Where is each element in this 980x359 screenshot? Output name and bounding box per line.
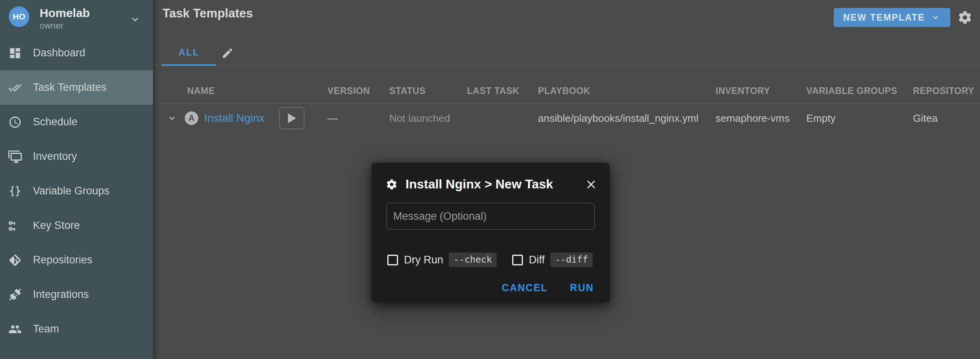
column-header-repository: REPOSITORY [913,86,974,96]
new-task-dialog: Install Nginx > New Task Dry Run --check… [371,163,610,302]
monitor-icon [8,150,22,163]
sidebar-item-inventory[interactable]: Inventory [0,139,153,174]
sidebar-nav: Dashboard Task Templates Schedule Invent… [0,36,153,346]
column-header-name: NAME [187,86,215,96]
diff-option: Diff --diff [512,253,593,267]
dashboard-icon [8,46,22,60]
new-task-dialog-header: Install Nginx > New Task [371,163,610,192]
template-name-link[interactable]: Install Nginx [204,112,265,125]
close-icon[interactable] [584,178,598,191]
double-check-icon [8,81,22,94]
sidebar-item-team[interactable]: Team [0,312,153,346]
sidebar-item-label: Task Templates [33,81,107,94]
diff-checkbox[interactable] [512,255,523,265]
page-title: Task Templates [163,6,253,21]
keys-icon [8,219,22,232]
sidebar-item-label: Key Store [33,219,80,232]
new-template-button[interactable]: NEW TEMPLATE [834,8,950,27]
run-button[interactable]: RUN [564,279,600,297]
sidebar-item-schedule[interactable]: Schedule [0,105,153,139]
braces-icon [8,184,22,198]
table-header-row: NAME VERSION STATUS LAST TASK PLAYBOOK I… [153,79,980,103]
sidebar: HO Homelab owner Dashboard Task Template… [0,0,153,359]
run-template-play-icon[interactable] [279,107,304,129]
sidebar-item-integrations[interactable]: Integrations [0,277,153,312]
sidebar-item-label: Schedule [33,116,78,128]
clock-icon [8,115,22,129]
column-header-playbook: PLAYBOOK [538,86,590,96]
row-inventory: semaphore-vms [716,112,789,125]
dialog-title: Install Nginx > New Task [406,177,553,192]
project-switcher[interactable]: HO Homelab owner [0,0,153,36]
people-icon [8,323,22,336]
dry-run-checkbox[interactable] [387,255,398,265]
project-role: owner [40,21,90,31]
sidebar-item-label: Variable Groups [33,185,109,197]
settings-gear-icon[interactable] [957,10,972,25]
project-text: Homelab owner [40,6,90,31]
column-header-version: VERSION [327,86,370,96]
sidebar-item-task-templates[interactable]: Task Templates [0,70,153,105]
ansible-app-icon: A [185,111,198,125]
table-row: A Install Nginx — Not launched ansible/p… [153,104,980,133]
edit-views-pencil-icon[interactable] [221,46,235,60]
sidebar-item-label: Integrations [33,288,89,301]
chevron-down-icon [129,13,141,25]
new-template-label: NEW TEMPLATE [843,12,925,23]
column-header-inventory: INVENTORY [716,86,770,96]
diff-flag-badge: --diff [550,253,593,267]
gear-icon [386,179,398,190]
message-input[interactable] [387,203,595,230]
chevron-down-icon [930,12,941,23]
row-playbook: ansible/playbooks/install_nginx.yml [538,112,699,125]
sidebar-item-dashboard[interactable]: Dashboard [0,36,153,70]
sidebar-item-label: Inventory [33,150,77,163]
sidebar-item-repositories[interactable]: Repositories [0,243,153,277]
views-tab-bar: ALL [153,40,980,66]
sidebar-item-label: Dashboard [33,47,85,59]
dialog-footer: CANCEL RUN [496,279,600,297]
row-expand-chevron-icon[interactable] [167,113,178,124]
plug-icon [8,288,22,301]
row-status: Not launched [389,112,450,125]
project-avatar: HO [9,6,29,27]
sidebar-item-label: Repositories [33,254,92,266]
diff-label: Diff [529,254,545,266]
sidebar-item-key-store[interactable]: Key Store [0,208,153,243]
tab-all[interactable]: ALL [162,40,216,66]
dry-run-label: Dry Run [404,254,443,266]
column-header-variable-groups: VARIABLE GROUPS [806,86,897,96]
row-version: — [327,112,338,125]
dry-run-option: Dry Run --check [387,253,497,267]
sidebar-item-variable-groups[interactable]: Variable Groups [0,174,153,208]
sidebar-item-label: Team [33,323,59,335]
project-name: Homelab [40,6,90,20]
dry-run-flag-badge: --check [449,253,497,267]
row-repository: Gitea [913,112,938,125]
column-header-status: STATUS [389,86,426,96]
column-header-last-task: LAST TASK [467,86,519,96]
cancel-button[interactable]: CANCEL [496,279,554,297]
task-options-row: Dry Run --check Diff --diff [387,253,610,267]
row-variable-groups: Empty [806,112,836,125]
git-icon [8,253,22,267]
